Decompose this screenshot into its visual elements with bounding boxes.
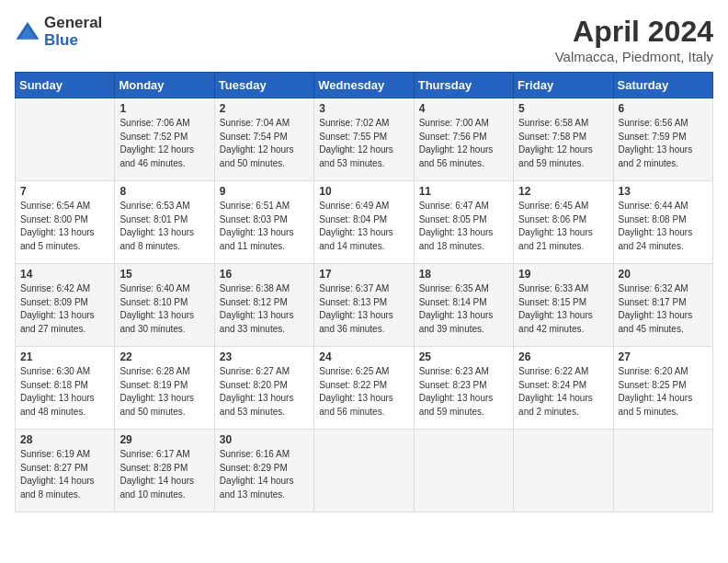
calendar-cell: 4Sunrise: 7:00 AMSunset: 7:56 PMDaylight… — [414, 98, 513, 181]
calendar-cell: 25Sunrise: 6:23 AMSunset: 8:23 PMDayligh… — [414, 347, 513, 430]
day-number: 22 — [119, 350, 209, 363]
cell-content: Sunrise: 6:40 AMSunset: 8:10 PMDaylight:… — [119, 282, 209, 336]
calendar-cell: 19Sunrise: 6:33 AMSunset: 8:15 PMDayligh… — [514, 264, 613, 347]
day-number: 30 — [220, 433, 309, 446]
weekday-header: Friday — [514, 73, 613, 98]
day-number: 24 — [319, 350, 408, 363]
day-number: 17 — [319, 268, 408, 281]
day-number: 1 — [119, 102, 209, 115]
day-number: 26 — [518, 350, 608, 363]
cell-content: Sunrise: 6:19 AMSunset: 8:27 PMDaylight:… — [20, 448, 109, 501]
calendar-cell: 23Sunrise: 6:27 AMSunset: 8:20 PMDayligh… — [214, 347, 313, 430]
day-number: 29 — [119, 433, 209, 446]
cell-content: Sunrise: 6:42 AMSunset: 8:09 PMDaylight:… — [20, 282, 109, 336]
calendar-week-row: 28Sunrise: 6:19 AMSunset: 8:27 PMDayligh… — [16, 430, 713, 512]
calendar-cell: 13Sunrise: 6:44 AMSunset: 8:08 PMDayligh… — [613, 181, 712, 264]
day-number: 21 — [20, 350, 109, 363]
cell-content: Sunrise: 7:04 AMSunset: 7:54 PMDaylight:… — [220, 117, 309, 170]
calendar-cell — [314, 430, 414, 512]
day-number: 19 — [518, 268, 608, 281]
logo-general: General — [44, 15, 102, 32]
calendar-cell: 1Sunrise: 7:06 AMSunset: 7:52 PMDaylight… — [115, 98, 214, 181]
calendar-cell: 2Sunrise: 7:04 AMSunset: 7:54 PMDaylight… — [214, 98, 313, 181]
cell-content: Sunrise: 6:54 AMSunset: 8:00 PMDaylight:… — [20, 200, 109, 253]
day-number: 18 — [419, 268, 508, 281]
calendar-cell: 29Sunrise: 6:17 AMSunset: 8:28 PMDayligh… — [115, 430, 214, 512]
calendar-cell: 18Sunrise: 6:35 AMSunset: 8:14 PMDayligh… — [414, 264, 513, 347]
cell-content: Sunrise: 6:23 AMSunset: 8:23 PMDaylight:… — [419, 365, 508, 419]
calendar-week-row: 1Sunrise: 7:06 AMSunset: 7:52 PMDaylight… — [16, 98, 713, 181]
cell-content: Sunrise: 7:00 AMSunset: 7:56 PMDaylight:… — [419, 117, 508, 170]
calendar-cell: 5Sunrise: 6:58 AMSunset: 7:58 PMDaylight… — [514, 98, 613, 181]
cell-content: Sunrise: 6:33 AMSunset: 8:15 PMDaylight:… — [518, 282, 608, 336]
calendar-cell: 27Sunrise: 6:20 AMSunset: 8:25 PMDayligh… — [613, 347, 712, 430]
calendar-cell: 10Sunrise: 6:49 AMSunset: 8:04 PMDayligh… — [314, 181, 414, 264]
calendar-cell: 22Sunrise: 6:28 AMSunset: 8:19 PMDayligh… — [115, 347, 214, 430]
cell-content: Sunrise: 6:27 AMSunset: 8:20 PMDaylight:… — [220, 365, 309, 419]
calendar-week-row: 21Sunrise: 6:30 AMSunset: 8:18 PMDayligh… — [16, 347, 713, 430]
cell-content: Sunrise: 6:44 AMSunset: 8:08 PMDaylight:… — [619, 200, 708, 253]
day-number: 15 — [119, 268, 209, 281]
day-number: 5 — [518, 102, 608, 115]
cell-content: Sunrise: 6:49 AMSunset: 8:04 PMDaylight:… — [319, 200, 408, 253]
calendar-cell: 21Sunrise: 6:30 AMSunset: 8:18 PMDayligh… — [16, 347, 115, 430]
weekday-header: Saturday — [613, 73, 712, 98]
weekday-row: SundayMondayTuesdayWednesdayThursdayFrid… — [16, 73, 713, 98]
cell-content: Sunrise: 6:30 AMSunset: 8:18 PMDaylight:… — [20, 365, 109, 419]
day-number: 13 — [619, 185, 708, 198]
calendar-table: SundayMondayTuesdayWednesdayThursdayFrid… — [15, 72, 713, 512]
calendar-cell: 8Sunrise: 6:53 AMSunset: 8:01 PMDaylight… — [115, 181, 214, 264]
day-number: 16 — [220, 268, 309, 281]
calendar-week-row: 7Sunrise: 6:54 AMSunset: 8:00 PMDaylight… — [16, 181, 713, 264]
day-number: 6 — [619, 102, 708, 115]
title-block: April 2024 Valmacca, Piedmont, Italy — [555, 15, 713, 64]
cell-content: Sunrise: 6:28 AMSunset: 8:19 PMDaylight:… — [119, 365, 209, 419]
cell-content: Sunrise: 6:53 AMSunset: 8:01 PMDaylight:… — [119, 200, 209, 253]
day-number: 7 — [20, 185, 109, 198]
cell-content: Sunrise: 6:58 AMSunset: 7:58 PMDaylight:… — [518, 117, 608, 170]
calendar-cell: 20Sunrise: 6:32 AMSunset: 8:17 PMDayligh… — [613, 264, 712, 347]
cell-content: Sunrise: 6:51 AMSunset: 8:03 PMDaylight:… — [220, 200, 309, 253]
day-number: 3 — [319, 102, 408, 115]
cell-content: Sunrise: 6:37 AMSunset: 8:13 PMDaylight:… — [319, 282, 408, 336]
day-number: 27 — [619, 350, 708, 363]
day-number: 23 — [220, 350, 309, 363]
weekday-header: Monday — [115, 73, 214, 98]
calendar-cell: 15Sunrise: 6:40 AMSunset: 8:10 PMDayligh… — [115, 264, 214, 347]
weekday-header: Wednesday — [314, 73, 414, 98]
calendar-week-row: 14Sunrise: 6:42 AMSunset: 8:09 PMDayligh… — [16, 264, 713, 347]
day-number: 28 — [20, 433, 109, 446]
weekday-header: Sunday — [16, 73, 115, 98]
day-number: 9 — [220, 185, 309, 198]
cell-content: Sunrise: 6:45 AMSunset: 8:06 PMDaylight:… — [518, 200, 608, 253]
logo-icon — [15, 19, 40, 45]
calendar-header: SundayMondayTuesdayWednesdayThursdayFrid… — [16, 73, 713, 98]
cell-content: Sunrise: 7:02 AMSunset: 7:55 PMDaylight:… — [319, 117, 408, 170]
location: Valmacca, Piedmont, Italy — [555, 49, 713, 64]
calendar-cell — [613, 430, 712, 512]
day-number: 8 — [119, 185, 209, 198]
calendar-cell: 12Sunrise: 6:45 AMSunset: 8:06 PMDayligh… — [514, 181, 613, 264]
calendar-cell: 3Sunrise: 7:02 AMSunset: 7:55 PMDaylight… — [314, 98, 414, 181]
day-number: 10 — [319, 185, 408, 198]
cell-content: Sunrise: 6:25 AMSunset: 8:22 PMDaylight:… — [319, 365, 408, 419]
calendar-body: 1Sunrise: 7:06 AMSunset: 7:52 PMDaylight… — [16, 98, 713, 512]
cell-content: Sunrise: 6:56 AMSunset: 7:59 PMDaylight:… — [619, 117, 708, 170]
day-number: 25 — [419, 350, 508, 363]
calendar-cell: 30Sunrise: 6:16 AMSunset: 8:29 PMDayligh… — [214, 430, 313, 512]
day-number: 2 — [220, 102, 309, 115]
calendar-cell — [414, 430, 513, 512]
cell-content: Sunrise: 6:22 AMSunset: 8:24 PMDaylight:… — [518, 365, 608, 419]
calendar-cell: 24Sunrise: 6:25 AMSunset: 8:22 PMDayligh… — [314, 347, 414, 430]
cell-content: Sunrise: 6:20 AMSunset: 8:25 PMDaylight:… — [619, 365, 708, 419]
weekday-header: Thursday — [414, 73, 513, 98]
calendar-cell — [16, 98, 115, 181]
cell-content: Sunrise: 6:16 AMSunset: 8:29 PMDaylight:… — [220, 448, 309, 501]
calendar-cell: 28Sunrise: 6:19 AMSunset: 8:27 PMDayligh… — [16, 430, 115, 512]
logo-text: General Blue — [44, 15, 102, 49]
cell-content: Sunrise: 6:47 AMSunset: 8:05 PMDaylight:… — [419, 200, 508, 253]
day-number: 20 — [619, 268, 708, 281]
calendar-cell: 6Sunrise: 6:56 AMSunset: 7:59 PMDaylight… — [613, 98, 712, 181]
calendar-cell: 9Sunrise: 6:51 AMSunset: 8:03 PMDaylight… — [214, 181, 313, 264]
cell-content: Sunrise: 6:17 AMSunset: 8:28 PMDaylight:… — [119, 448, 209, 501]
